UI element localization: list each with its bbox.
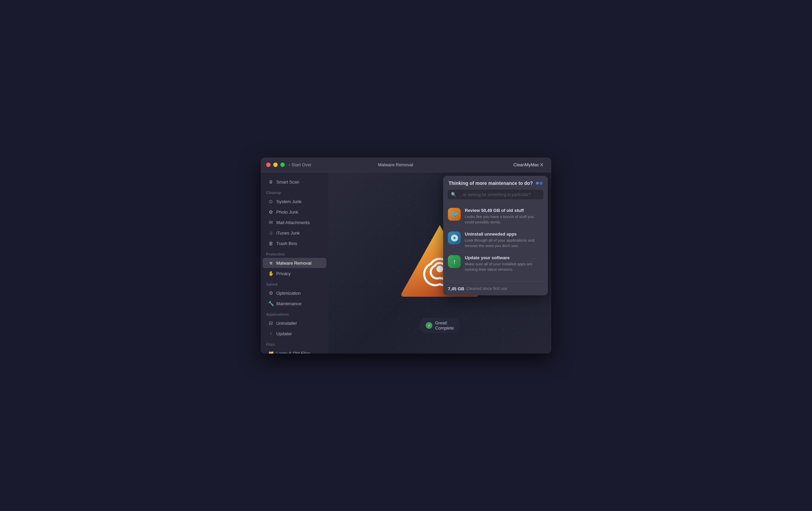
main-layout: 🖥 Smart Scan Cleanup ⊙ System Junk ✿ Pho… [261,172,551,354]
back-button[interactable]: ‹ Start Over [289,162,311,167]
large-files-icon: 📁 [268,350,274,354]
main-content: ✓ Great! Complete Thinking of more maint… [328,172,551,354]
popover-item-review[interactable]: 🐦 Review 50,49 GB of old stuff Looks lik… [443,204,548,228]
popover-footer: 7,45 GB Cleaned since first use [443,284,548,295]
popover-dots[interactable] [536,182,542,185]
sidebar-item-privacy[interactable]: ✋ Privacy [263,268,326,278]
sidebar-item-itunes-junk[interactable]: ♫ iTunes Junk [263,228,326,238]
app-window: ‹ Start Over Malware Removal CleanMyMac … [261,157,551,354]
search-icon: 🔍 [451,192,456,197]
sidebar: 🖥 Smart Scan Cleanup ⊙ System Junk ✿ Pho… [261,172,328,354]
uninstall-icon: 💿 [448,232,461,244]
section-label-cleanup: Cleanup [261,187,328,196]
maintenance-label: Maintenance [276,301,301,306]
updater-label: Updater [276,331,292,336]
update-desc: Make sure all of your installed apps are… [465,261,543,272]
sidebar-item-optimization[interactable]: ⚙ Optimization [263,288,326,298]
photo-junk-icon: ✿ [268,209,274,215]
mail-icon: ✉ [268,220,274,225]
search-input[interactable] [459,192,540,197]
success-badge: ✓ Great! Complete [420,318,460,333]
trash-label: Trash Bins [276,241,297,246]
uninstall-text: Uninstall unneeded apps Look through all… [465,232,543,248]
back-label: Start Over [291,162,311,167]
sidebar-item-mail-attachments[interactable]: ✉ Mail Attachments [263,217,326,227]
close-button[interactable] [266,163,271,167]
privacy-label: Privacy [276,271,291,276]
review-desc: Looks like you have a bunch of stuff you… [465,214,543,225]
review-text: Review 50,49 GB of old stuff Looks like … [465,208,543,225]
traffic-lights [266,163,285,167]
popover-dot-2 [540,182,542,185]
malware-icon: ☣ [268,260,274,266]
section-label-protection: Protection [261,249,328,258]
sidebar-item-updater[interactable]: ↑ Updater [263,328,326,339]
svg-point-0 [436,266,443,272]
sidebar-item-maintenance[interactable]: 🔧 Maintenance [263,298,326,309]
popover: Thinking of more maintenance to do? 🔍 🐦 [443,176,548,295]
system-junk-label: System Junk [276,199,301,204]
section-label-speed: Speed [261,279,328,288]
smart-scan-icon: 🖥 [268,179,274,185]
system-junk-icon: ⊙ [268,199,274,204]
fullscreen-button[interactable] [280,163,285,167]
section-label-files: Files [261,339,328,348]
popover-dot-1 [536,182,539,185]
sidebar-item-uninstaller[interactable]: ⊟ Uninstaller [263,318,326,328]
optimization-label: Optimization [276,291,301,296]
sidebar-item-trash-bins[interactable]: 🗑 Trash Bins [263,238,326,248]
updater-icon: ↑ [268,331,274,336]
section-label-applications: Applications [261,309,328,318]
photo-junk-label: Photo Junk [276,210,298,215]
popover-item-update[interactable]: ↑ Update your software Make sure all of … [443,252,548,275]
update-text: Update your software Make sure all of yo… [465,255,543,272]
review-title: Review 50,49 GB of old stuff [465,208,543,213]
sidebar-item-system-junk[interactable]: ⊙ System Junk [263,196,326,206]
section-title: Malware Removal [311,162,480,167]
popover-item-uninstall[interactable]: 💿 Uninstall unneeded apps Look through a… [443,228,548,252]
success-check-icon: ✓ [426,322,432,329]
uninstaller-label: Uninstaller [276,321,297,326]
footer-stat: 7,45 GB [448,286,464,291]
privacy-icon: ✋ [268,271,274,276]
popover-items: 🐦 Review 50,49 GB of old stuff Looks lik… [443,203,548,279]
titlebar: ‹ Start Over Malware Removal CleanMyMac … [261,157,551,172]
large-files-label: Large & Old Files [276,351,310,354]
popover-title: Thinking of more maintenance to do? [449,180,533,186]
sidebar-item-malware-removal[interactable]: ☣ Malware Removal [263,258,326,268]
chevron-left-icon: ‹ [289,163,290,167]
popover-search[interactable]: 🔍 [447,189,544,200]
review-icon: 🐦 [448,208,461,221]
minimize-button[interactable] [273,163,278,167]
popover-divider [448,281,543,282]
itunes-icon: ♫ [268,230,274,236]
mail-label: Mail Attachments [276,220,310,225]
sidebar-item-photo-junk[interactable]: ✿ Photo Junk [263,207,326,217]
smart-scan-label: Smart Scan [276,179,299,185]
malware-label: Malware Removal [276,261,311,266]
maintenance-icon: 🔧 [268,301,274,306]
itunes-label: iTunes Junk [276,230,300,236]
trash-icon: 🗑 [268,241,274,246]
footer-stat-label: Cleaned since first use [466,286,507,291]
popover-header: Thinking of more maintenance to do? [443,176,548,189]
uninstall-title: Uninstall unneeded apps [465,232,543,237]
optimization-icon: ⚙ [268,290,274,296]
app-title: CleanMyMac X [513,162,543,167]
uninstall-desc: Look through all of your applications an… [465,238,543,248]
update-title: Update your software [465,255,543,260]
uninstaller-icon: ⊟ [268,320,274,326]
update-icon: ↑ [448,255,461,268]
sidebar-item-smart-scan[interactable]: 🖥 Smart Scan [263,177,326,187]
success-text: Great! Complete [435,320,454,331]
sidebar-item-large-old-files[interactable]: 📁 Large & Old Files [263,348,326,354]
